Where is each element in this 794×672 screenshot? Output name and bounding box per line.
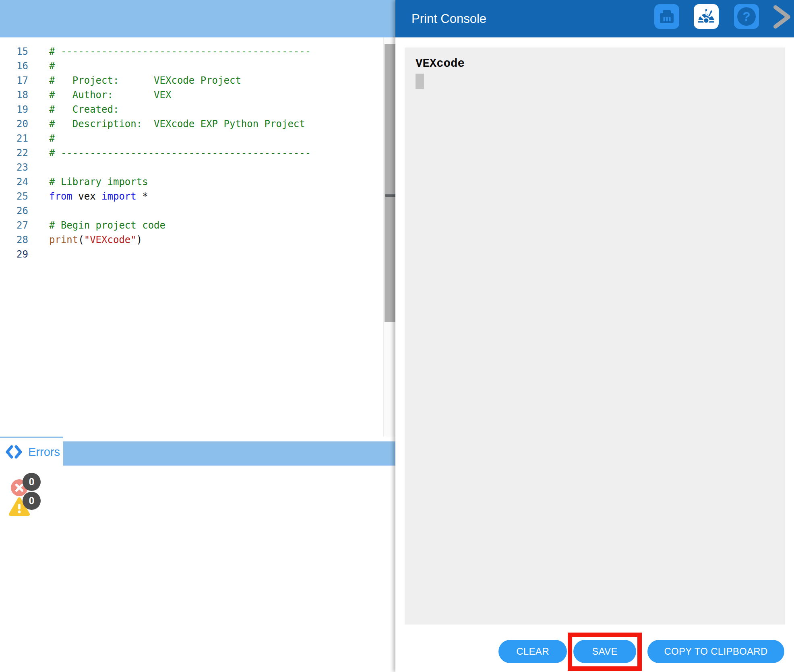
code-line: 19# Created:	[0, 102, 311, 117]
editor-scrollbar[interactable]	[383, 37, 395, 437]
line-number: 27	[0, 218, 28, 233]
code-text: print("VEXcode")	[49, 233, 142, 247]
line-number: 22	[0, 146, 28, 160]
code-line: 20# Description: VEXcode EXP Python Proj…	[0, 117, 311, 131]
code-text: #	[49, 131, 55, 146]
tab-errors[interactable]: Errors	[0, 437, 63, 466]
help-icon: ?	[737, 7, 756, 26]
code-text: # --------------------------------------…	[49, 146, 311, 160]
code-line: 25from vex import *	[0, 189, 311, 204]
gauge-icon	[697, 8, 715, 25]
collapse-panel-button[interactable]	[771, 4, 792, 30]
line-number: 19	[0, 102, 28, 117]
save-button[interactable]: SAVE	[573, 640, 636, 663]
line-number: 16	[0, 59, 28, 73]
code-lines[interactable]: 15# ------------------------------------…	[0, 44, 311, 262]
line-number: 20	[0, 117, 28, 131]
brain-icon	[658, 8, 676, 25]
clear-button[interactable]: CLEAR	[498, 640, 567, 663]
code-line: 23	[0, 160, 311, 175]
copy-to-clipboard-button[interactable]: COPY TO CLIPBOARD	[647, 640, 784, 663]
scrollbar-thumb[interactable]	[385, 44, 395, 322]
code-line: 17# Project: VEXcode Project	[0, 73, 311, 88]
code-line: 29	[0, 247, 311, 262]
line-number: 21	[0, 131, 28, 146]
code-line: 16#	[0, 59, 311, 73]
code-text: # --------------------------------------…	[49, 44, 311, 59]
code-editor[interactable]: 15# ------------------------------------…	[0, 37, 383, 437]
line-number: 18	[0, 88, 28, 102]
code-line: 22# ------------------------------------…	[0, 146, 311, 160]
line-number: 26	[0, 204, 28, 218]
code-line: 18# Author: VEX	[0, 88, 311, 102]
errors-tab-label: Errors	[28, 445, 60, 459]
error-count-badge: 0	[23, 473, 41, 491]
help-button[interactable]: ?	[734, 4, 759, 29]
code-line: 15# ------------------------------------…	[0, 44, 311, 59]
print-console-header: Print Console	[395, 0, 794, 37]
code-text: #	[49, 59, 55, 73]
print-console-panel: Print Console	[395, 0, 794, 672]
line-number: 24	[0, 175, 28, 189]
line-number: 25	[0, 189, 28, 204]
code-brackets-icon	[5, 445, 23, 459]
text-cursor	[416, 74, 424, 89]
code-line: 21#	[0, 131, 311, 146]
code-text: # Project: VEXcode Project	[49, 73, 241, 88]
code-text: # Begin project code	[49, 218, 165, 233]
warning-count-badge: 0	[23, 492, 41, 510]
line-number: 29	[0, 247, 28, 262]
code-text: # Library imports	[49, 175, 148, 189]
line-number: 17	[0, 73, 28, 88]
line-number: 23	[0, 160, 28, 175]
top-toolbar	[0, 0, 395, 37]
console-output[interactable]: VEXcode	[405, 47, 785, 625]
scrollbar-thumb-divider	[385, 194, 396, 197]
brain-button[interactable]	[654, 4, 679, 29]
gauge-button[interactable]	[694, 4, 719, 29]
code-line: 24# Library imports	[0, 175, 311, 189]
line-number: 15	[0, 44, 28, 59]
panel-title: Print Console	[411, 0, 486, 37]
chevron-right-icon	[771, 4, 792, 30]
console-output-text: VEXcode	[416, 57, 465, 70]
code-text: # Author: VEX	[49, 88, 171, 102]
code-text: # Description: VEXcode EXP Python Projec…	[49, 117, 305, 131]
line-number: 28	[0, 233, 28, 247]
code-text: # Created:	[49, 102, 119, 117]
code-text: from vex import *	[49, 189, 148, 204]
code-line: 27# Begin project code	[0, 218, 311, 233]
code-line: 26	[0, 204, 311, 218]
code-line: 28print("VEXcode")	[0, 233, 311, 247]
